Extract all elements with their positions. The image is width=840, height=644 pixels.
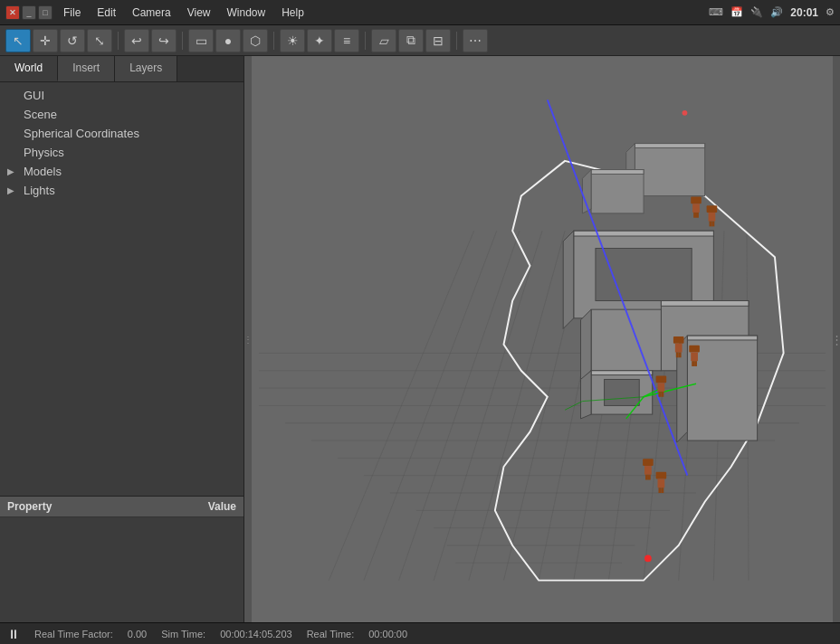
svg-rect-80	[658, 479, 665, 488]
svg-rect-58	[696, 213, 699, 218]
lights-label: Lights	[24, 184, 55, 197]
main-layout: ↖ ✛ ↺ ⤡ ↩ ↪ ▭ ● ⬡ ☀ ✦ ≡ ▱ ⧉ ⊟ ⋯ World In…	[0, 25, 840, 644]
keyboard-icon: ⌨	[709, 6, 723, 18]
titlebar-right: ⌨ 📅 🔌 🔊 20:01 ⚙	[709, 6, 835, 19]
svg-rect-74	[661, 392, 663, 397]
property-panel: Property Value	[0, 496, 243, 622]
undo-btn[interactable]: ↩	[124, 29, 149, 52]
separator-3	[273, 32, 274, 50]
svg-point-84	[682, 110, 688, 116]
svg-rect-28	[635, 144, 704, 196]
svg-rect-47	[687, 336, 757, 340]
svg-rect-60	[709, 213, 716, 222]
svg-rect-69	[692, 361, 694, 366]
more-btn[interactable]: ⋯	[463, 29, 488, 52]
sphere-tool[interactable]: ●	[215, 29, 241, 52]
svg-rect-70	[694, 361, 697, 366]
value-col-header: Value	[208, 500, 236, 513]
translate-tool[interactable]: ✛	[33, 29, 58, 52]
svg-point-83	[644, 555, 652, 563]
svg-rect-29	[635, 144, 704, 148]
viewport[interactable]	[252, 56, 833, 622]
menu-window[interactable]: Window	[220, 5, 273, 21]
cylinder-tool[interactable]: ⬡	[243, 29, 268, 52]
spherical-coords-item[interactable]: Spherical Coordinates	[0, 124, 243, 143]
svg-rect-35	[574, 231, 714, 236]
insert-tab[interactable]: Insert	[58, 56, 115, 81]
physics-item[interactable]: Physics	[0, 143, 243, 162]
models-expand-icon: ▶	[7, 166, 20, 176]
svg-marker-36	[563, 231, 574, 328]
calendar-icon: 📅	[730, 6, 743, 18]
settings-icon[interactable]: ⚙	[826, 6, 835, 18]
separator-5	[456, 32, 457, 50]
svg-rect-68	[691, 352, 698, 361]
svg-rect-39	[661, 300, 749, 306]
property-col-header: Property	[7, 500, 208, 513]
maximize-button[interactable]: □	[38, 5, 52, 20]
redo-btn[interactable]: ↪	[151, 29, 177, 52]
world-tab[interactable]: World	[0, 56, 58, 81]
menu-file[interactable]: File	[56, 5, 88, 21]
select-tool[interactable]: ↖	[5, 29, 31, 52]
separator-4	[365, 32, 366, 50]
mesh-tool[interactable]: ▱	[371, 29, 396, 52]
line-tool[interactable]: ≡	[334, 29, 359, 52]
point-light-tool[interactable]: ✦	[307, 29, 332, 52]
scene-svg	[252, 56, 833, 622]
gui-label: GUI	[24, 89, 44, 102]
box-tool[interactable]: ▭	[188, 29, 214, 52]
content-area: World Insert Layers GUI Scene Spherical …	[0, 56, 840, 622]
svg-rect-61	[710, 222, 712, 227]
lights-item[interactable]: ▶ Lights	[0, 181, 243, 200]
sim-time-value: 00:00:14:05.203	[220, 629, 292, 639]
svg-rect-82	[661, 488, 663, 493]
svg-marker-41	[581, 309, 592, 381]
sun-tool[interactable]: ☀	[280, 29, 305, 52]
rotate-tool[interactable]: ↺	[60, 29, 85, 52]
align-tool[interactable]: ⊟	[425, 29, 451, 52]
svg-rect-37	[596, 249, 692, 301]
titlebar-left: ✕ _ □ File Edit Camera View Window Help	[5, 5, 311, 21]
layers-tab[interactable]: Layers	[115, 56, 177, 81]
menu-bar: File Edit Camera View Window Help	[56, 5, 311, 21]
svg-rect-76	[644, 466, 652, 475]
real-time-factor-label: Real Time Factor:	[34, 629, 113, 639]
svg-rect-72	[658, 383, 665, 392]
spherical-label: Spherical Coordinates	[24, 127, 139, 140]
models-item[interactable]: ▶ Models	[0, 162, 243, 181]
svg-rect-57	[693, 213, 696, 218]
scene-item[interactable]: Scene	[0, 105, 243, 124]
property-header: Property Value	[0, 497, 243, 517]
tree-view: GUI Scene Spherical Coordinates Physics …	[0, 82, 243, 496]
separator-1	[118, 32, 119, 50]
minimize-button[interactable]: _	[22, 5, 36, 20]
resize-handle[interactable]: ⋮	[244, 56, 252, 622]
real-time-label: Real Time:	[307, 629, 355, 639]
svg-rect-77	[645, 475, 648, 480]
menu-camera[interactable]: Camera	[125, 5, 178, 21]
real-time-factor-value: 0.00	[128, 629, 147, 639]
svg-rect-71	[656, 376, 667, 384]
sim-time-label: Sim Time:	[161, 629, 205, 639]
svg-rect-75	[643, 459, 654, 466]
separator-2	[182, 32, 183, 50]
svg-rect-73	[658, 392, 661, 397]
svg-rect-32	[591, 170, 644, 175]
left-panel: World Insert Layers GUI Scene Spherical …	[0, 56, 244, 622]
menu-edit[interactable]: Edit	[90, 5, 123, 21]
network-icon: 🔌	[750, 6, 763, 18]
scale-tool[interactable]: ⤡	[87, 29, 112, 52]
svg-marker-44	[581, 371, 592, 419]
tab-bar: World Insert Layers	[0, 56, 243, 82]
menu-view[interactable]: View	[180, 5, 218, 21]
menu-help[interactable]: Help	[274, 5, 311, 21]
gui-item[interactable]: GUI	[0, 86, 243, 105]
right-resize-handle[interactable]: ⋮	[833, 56, 840, 622]
play-pause-button[interactable]: ⏸	[7, 627, 20, 641]
copy-tool[interactable]: ⧉	[398, 29, 424, 52]
svg-rect-65	[676, 352, 679, 357]
close-button[interactable]: ✕	[5, 5, 20, 20]
scene-label: Scene	[24, 108, 57, 121]
svg-rect-43	[591, 371, 653, 375]
